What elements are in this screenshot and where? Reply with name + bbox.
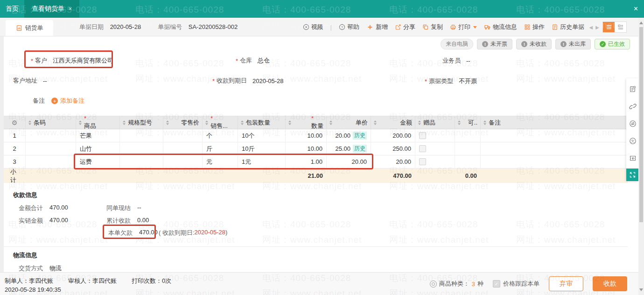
gift-checkbox[interactable] (419, 158, 426, 165)
checkbox-checked-icon[interactable]: ✓ (493, 280, 500, 288)
doc-tab-label: 销货单 (25, 24, 43, 32)
copy-button[interactable]: 复制 (422, 23, 443, 31)
gear-icon[interactable]: ⚙ (12, 119, 18, 126)
table-header-cell-spec[interactable]: 规格型号 (120, 116, 163, 129)
receive-payment-button[interactable]: 收款 (593, 276, 627, 291)
tab-close-icon[interactable]: × (69, 6, 72, 12)
play-circle-icon (303, 24, 309, 30)
sort-arrows-icon[interactable] (166, 120, 169, 125)
column-label: *销售... (210, 116, 228, 129)
doc-number-value: SA-20200528-002 (189, 23, 238, 30)
table-cell-spec (120, 155, 163, 168)
history-docs-button[interactable]: 历史单据 (552, 23, 584, 31)
logistics-section-title: 物流信息 (13, 251, 37, 260)
due-date-value: 2020-05-28 (252, 77, 284, 84)
tab-view-sales-order[interactable]: 查看销货单 × (24, 0, 79, 18)
customer-value: 江西天乐商贸有限公司 (53, 56, 113, 65)
unaudit-button[interactable]: 弃审 (549, 276, 583, 291)
table-header-cell-avail[interactable]: 可.. (455, 116, 481, 129)
logistics-info-button[interactable]: 物流信息 (484, 23, 517, 31)
table-header-cell-amount[interactable]: 金额 (371, 116, 415, 129)
note-attachment-icon[interactable] (629, 80, 637, 98)
gift-checkbox[interactable] (419, 145, 426, 152)
help-button[interactable]: ? 帮助 (339, 23, 359, 31)
share-button[interactable]: 分享 (395, 23, 415, 31)
table-header-cell-gear[interactable]: ⚙ (4, 116, 26, 129)
copy-icon (422, 24, 429, 30)
table-header-cell-gift[interactable]: 赠品 (415, 116, 455, 129)
scroll-up-icon[interactable] (639, 21, 643, 24)
transfer-icon[interactable] (629, 115, 637, 132)
sort-arrows-icon[interactable] (123, 120, 126, 125)
subtotal-cell-gear: 小计 (4, 169, 26, 183)
operations-button[interactable]: 操作 (524, 23, 545, 31)
table-cell-avail (455, 129, 481, 142)
add-new-button[interactable]: ＋ 新增 (366, 23, 388, 31)
table-cell-note (481, 155, 628, 168)
prev-doc-icon[interactable]: ◀ (589, 25, 593, 30)
exclamation-icon: ! (521, 41, 527, 47)
sort-arrows-icon[interactable] (374, 120, 377, 125)
scrollbar-thumb[interactable] (639, 27, 643, 222)
table-header-cell-qty[interactable]: *数量 (286, 116, 327, 129)
vertical-scrollbar[interactable] (638, 18, 644, 295)
table-header-cell-price[interactable]: 单价 (327, 116, 371, 129)
doc-number-field: 单据编号 SA-20200528-002 (158, 23, 238, 31)
table-header-cell-pack[interactable]: 包装数量 (238, 116, 286, 129)
warehouse-value: 总仓 (258, 56, 270, 65)
share-icon (395, 24, 401, 30)
sort-arrows-icon[interactable] (418, 120, 421, 125)
sort-arrows-icon[interactable] (483, 120, 486, 125)
history-price-tag[interactable]: 历史 (353, 132, 367, 140)
customer-address-field: 客户地址 -- (13, 77, 47, 85)
chevron-down-icon[interactable] (473, 26, 477, 28)
sales-order-icon (16, 25, 22, 31)
table-row: 2山竹斤10斤10.0025.00历史250.00 (4, 142, 628, 155)
doc-type-tab[interactable]: 销货单 (6, 20, 53, 36)
add-remark-link[interactable]: ＋ 添加备注 (51, 97, 84, 105)
sort-arrows-icon[interactable] (241, 120, 244, 125)
created-timestamp: 2020-05-28 19:40:35 (5, 286, 61, 293)
sort-arrows-icon[interactable] (288, 120, 291, 125)
detail-view-toggle[interactable] (615, 22, 626, 32)
print-button[interactable]: 打印 (450, 23, 477, 31)
net-amount-field: 实销金额 470.00 (19, 217, 68, 225)
required-star: * (84, 116, 94, 122)
debt-icon[interactable]: 欠 (629, 132, 637, 149)
toolbar-actions: 视频 | ? 帮助 ＋ 新增 分享 复制 (303, 18, 584, 36)
video-button[interactable]: 视频 (303, 23, 323, 31)
table-header-cell-retail[interactable]: 零售价 (163, 116, 203, 129)
tab-home[interactable]: 首页 (0, 0, 24, 18)
badge-effective: ✓已生效 (595, 39, 630, 49)
category-icon (430, 281, 437, 288)
owed-due-note: ( 收款到期日: 2020-05-28 ) (159, 229, 227, 237)
list-view-toggle[interactable] (603, 22, 615, 32)
subtotal-value: 21.00 (308, 172, 323, 179)
table-cell-amount: 20.00 (371, 155, 415, 168)
expand-icon[interactable] (626, 169, 639, 181)
sort-arrows-icon[interactable] (329, 120, 332, 125)
sort-arrows-icon[interactable] (205, 120, 208, 125)
close-icon[interactable]: × (634, 0, 638, 18)
sort-arrows-icon[interactable] (458, 120, 461, 125)
sort-arrows-icon[interactable] (28, 120, 31, 125)
table-header-cell-note[interactable]: 备注 (481, 116, 628, 129)
table-cell-price: 25.00历史 (327, 142, 371, 155)
warehouse-label: 仓库 (240, 56, 252, 65)
owed-value: 470.00 (139, 229, 158, 237)
delivery-method-field: 交货方式 物流 (19, 264, 62, 273)
price-track-option[interactable]: ✓ 价格跟踪本单 (493, 280, 539, 288)
history-price-tag[interactable]: 历史 (353, 145, 367, 153)
table-header-cell-unit[interactable]: *销售... (203, 116, 238, 129)
table-header-cell-product[interactable]: *商品 (76, 116, 120, 129)
link-icon[interactable] (629, 98, 637, 115)
voucher-icon[interactable]: ¥ (629, 149, 637, 167)
table-cell-product: 芒果 (76, 129, 120, 142)
gift-checkbox[interactable] (419, 132, 426, 139)
sort-arrows-icon[interactable] (79, 120, 82, 125)
table-header-cell-barcode[interactable]: 条码 (26, 116, 76, 129)
next-doc-icon[interactable]: ▶ (595, 25, 599, 30)
status-badges: 来自电脑 !未开票 !未收款 !未出库 ✓已生效 (441, 39, 630, 49)
scroll-down-icon[interactable] (639, 288, 643, 291)
table-cell-product: 山竹 (76, 142, 120, 155)
